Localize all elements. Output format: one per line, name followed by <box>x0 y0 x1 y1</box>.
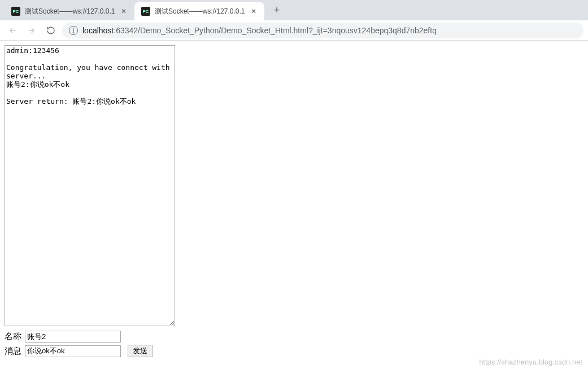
close-icon[interactable]: ✕ <box>120 7 128 15</box>
url-host: localhost <box>82 26 114 35</box>
send-button[interactable]: 发送 <box>128 345 153 357</box>
close-icon[interactable]: ✕ <box>250 7 258 15</box>
tab-favicon-icon: PC <box>141 7 150 16</box>
reload-button[interactable] <box>43 23 59 38</box>
message-label: 消息 <box>5 346 23 357</box>
tab-strip: PC 测试Socket——ws://127.0.0.1:8 ✕ PC 测试Soc… <box>0 0 588 20</box>
reload-icon <box>46 26 55 35</box>
message-input[interactable] <box>25 345 121 357</box>
name-row: 名称 <box>5 331 583 343</box>
message-row: 消息 发送 <box>5 345 583 357</box>
name-label: 名称 <box>5 331 23 342</box>
address-bar[interactable]: i localhost:63342/Demo_Socket_Python/Dem… <box>62 23 583 38</box>
page-content: 名称 消息 发送 <box>0 41 588 362</box>
tab-favicon-icon: PC <box>11 7 20 16</box>
browser-tab-1[interactable]: PC 测试Socket——ws://127.0.0.1:8 ✕ <box>134 2 264 20</box>
arrow-left-icon <box>8 26 17 35</box>
url-port: :63342 <box>114 26 138 35</box>
browser-toolbar: i localhost:63342/Demo_Socket_Python/Dem… <box>0 20 588 41</box>
new-tab-button[interactable]: + <box>269 2 285 18</box>
tab-title: 测试Socket——ws://127.0.0.1:8 <box>25 7 115 16</box>
browser-tab-0[interactable]: PC 测试Socket——ws://127.0.0.1:8 ✕ <box>5 2 134 20</box>
site-info-icon[interactable]: i <box>69 26 78 35</box>
name-input[interactable] <box>25 331 121 343</box>
url-text: localhost:63342/Demo_Socket_Python/Demo_… <box>82 26 577 35</box>
url-path: /Demo_Socket_Python/Demo_Socket_Html.htm… <box>138 26 437 35</box>
forward-button[interactable] <box>24 23 40 38</box>
arrow-right-icon <box>27 26 36 35</box>
log-textarea[interactable] <box>5 45 175 326</box>
tab-title: 测试Socket——ws://127.0.0.1:8 <box>155 7 245 16</box>
back-button[interactable] <box>5 23 20 38</box>
